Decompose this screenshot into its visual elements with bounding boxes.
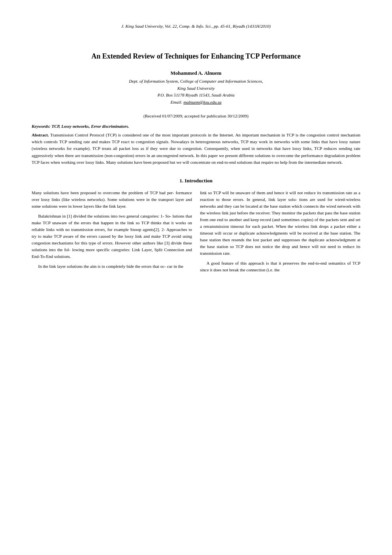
author-affiliation: Dept. of Information System, College of … xyxy=(32,78,360,106)
author-email: Email: malnuem@ksu.edu.sa xyxy=(32,99,360,106)
col-left-para1: Many solutions have been proposed to ove… xyxy=(32,189,192,210)
email-label: Email: xyxy=(171,100,184,104)
keywords-text: TCP, Lossy networks, Error discriminator… xyxy=(51,124,129,129)
affiliation-line3: P.O. Box 51178 Riyadh 11543, Saudi Arabi… xyxy=(32,92,360,99)
col-left-para2: Balakrishnan in [1] divided the solution… xyxy=(32,213,192,260)
column-left: Many solutions have been proposed to ove… xyxy=(32,189,192,277)
affiliation-line2: King Saud University xyxy=(32,85,360,92)
column-right: link so TCP will be unaware of them and … xyxy=(200,189,360,277)
journal-header: J. King Saud University, Vol. 22, Comp. … xyxy=(32,24,360,28)
page: J. King Saud University, Vol. 22, Comp. … xyxy=(0,0,392,555)
paper-title: An Extended Review of Techniques for Enh… xyxy=(32,52,360,61)
col-right-para2: A good feature of this approach is that … xyxy=(200,260,360,273)
received-line: (Received 01/07/2009; accepted for publi… xyxy=(32,114,360,118)
author-section: Mohammed A. Alnuem Dept. of Information … xyxy=(32,70,360,106)
paper-title-text: An Extended Review of Techniques for Enh… xyxy=(91,52,300,60)
abstract-text: Transmission Control Protocol (TCP) is c… xyxy=(32,133,360,164)
col-right-para1: link so TCP will be unaware of them and … xyxy=(200,189,360,257)
col-left-para3: In the link layer solutions the aim is t… xyxy=(32,263,192,270)
journal-header-text: J. King Saud University, Vol. 22, Comp. … xyxy=(121,24,271,28)
abstract-section: Abstract. Transmission Control Protocol … xyxy=(32,132,360,165)
keywords-label: Keywords: xyxy=(32,124,51,129)
keywords-line: Keywords: TCP, Lossy networks, Error dis… xyxy=(32,124,360,129)
author-name: Mohammed A. Alnuem xyxy=(32,70,360,76)
email-value: malnuem@ksu.edu.sa xyxy=(183,100,221,104)
section1-title: 1. Introduction xyxy=(32,178,360,184)
affiliation-line1: Dept. of Information System, College of … xyxy=(32,78,360,85)
abstract-label: Abstract. xyxy=(32,133,49,137)
two-column-body: Many solutions have been proposed to ove… xyxy=(32,189,360,277)
